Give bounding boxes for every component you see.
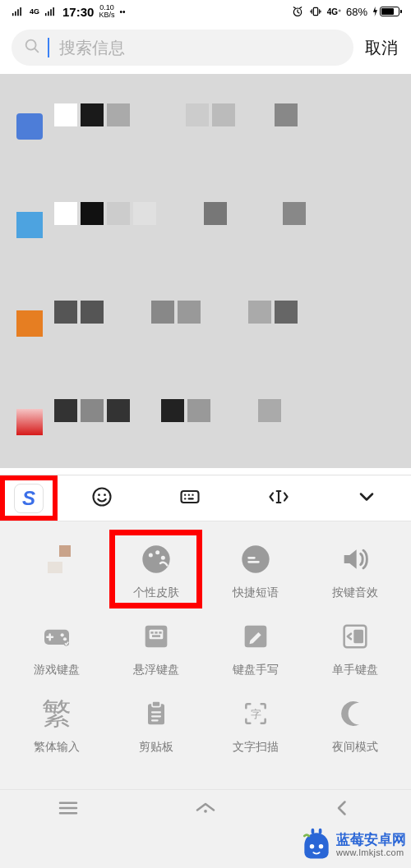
- svg-point-35: [319, 844, 324, 849]
- settings-label: 键盘手写: [233, 663, 279, 677]
- svg-point-5: [104, 494, 106, 496]
- palette-icon: [138, 541, 174, 577]
- search-row: 取消: [0, 23, 411, 74]
- text-cursor: [48, 38, 49, 57]
- settings-item-phrases[interactable]: 快捷短语: [206, 541, 305, 600]
- sogou-logo-icon: S: [14, 484, 44, 513]
- svg-rect-6: [182, 491, 199, 503]
- settings-item-game[interactable]: 游戏键盘: [7, 618, 106, 677]
- svg-point-8: [188, 494, 190, 495]
- blank-icon: [39, 541, 75, 577]
- svg-point-10: [184, 498, 186, 499]
- search-input[interactable]: [59, 39, 342, 57]
- vibrate-icon: [309, 5, 322, 18]
- settings-item-scan[interactable]: 字 文字扫描: [206, 696, 305, 755]
- blueberry-icon: [298, 827, 335, 863]
- speed-unit: KB/s: [99, 11, 114, 19]
- handwrite-icon: [238, 618, 274, 654]
- svg-point-18: [60, 633, 63, 636]
- clipboard-icon: [138, 696, 174, 732]
- search-box[interactable]: [12, 30, 353, 66]
- status-right: 4G⁺ 68%: [291, 5, 399, 18]
- status-left: 4G 17:30 0.10 KB/s ••: [12, 4, 125, 19]
- svg-rect-26: [152, 635, 160, 637]
- svg-point-19: [62, 637, 66, 641]
- svg-rect-23: [150, 631, 153, 634]
- svg-point-15: [160, 556, 164, 560]
- home-icon: [193, 796, 218, 824]
- svg-point-3: [93, 488, 110, 505]
- settings-item-blank[interactable]: [7, 541, 106, 600]
- svg-point-7: [184, 494, 186, 495]
- battery-pct: 68%: [346, 6, 367, 18]
- svg-point-33: [204, 809, 207, 812]
- quote-icon: [238, 541, 274, 577]
- settings-label: 文字扫描: [233, 740, 279, 755]
- watermark: 蓝莓安卓网 www.lmkjst.com: [293, 822, 411, 868]
- messages-list-blurred: [0, 74, 411, 468]
- float-keyboard-icon: [138, 618, 174, 654]
- onehand-icon: [337, 618, 373, 654]
- svg-rect-37: [319, 829, 322, 834]
- keyboard-settings-grid: 个性皮肤 快捷短语 按键音效 游戏键盘 悬浮键盘: [0, 521, 411, 768]
- status-speed: 0.10 KB/s: [99, 4, 114, 19]
- settings-item-onehand[interactable]: 单手键盘: [305, 618, 404, 677]
- keyboard-icon: [178, 485, 201, 512]
- cursor-move-icon: [267, 485, 290, 512]
- moon-icon: [337, 696, 373, 732]
- settings-label: 快捷短语: [233, 586, 279, 600]
- keyboard-toolbar: S: [0, 475, 411, 521]
- cancel-button[interactable]: 取消: [363, 37, 399, 59]
- cursor-move-button[interactable]: [234, 475, 323, 521]
- settings-label: 悬浮键盘: [133, 663, 179, 677]
- settings-label: 夜间模式: [332, 740, 378, 755]
- collapse-button[interactable]: [323, 475, 412, 521]
- emoji-button[interactable]: [58, 475, 146, 521]
- settings-item-traditional[interactable]: 繁 繁体输入: [7, 696, 106, 755]
- svg-rect-22: [149, 630, 163, 640]
- emoji-icon: [90, 485, 113, 512]
- scan-icon: 字: [238, 696, 274, 732]
- battery-icon: [372, 7, 399, 16]
- svg-point-34: [310, 844, 315, 849]
- svg-point-16: [242, 545, 269, 572]
- signal-4g: 4G: [30, 7, 39, 16]
- svg-rect-31: [152, 701, 160, 707]
- svg-point-13: [148, 553, 152, 558]
- watermark-title: 蓝莓安卓网: [336, 832, 406, 848]
- watermark-url: www.lmkjst.com: [336, 847, 406, 858]
- settings-item-sound[interactable]: 按键音效: [305, 541, 404, 600]
- data-4g: 4G⁺: [327, 7, 341, 16]
- svg-point-12: [142, 545, 169, 572]
- svg-rect-25: [159, 631, 161, 634]
- settings-label: 繁体输入: [34, 740, 80, 755]
- svg-rect-11: [188, 498, 194, 499]
- settings-item-handwrite[interactable]: 键盘手写: [206, 618, 305, 677]
- svg-point-9: [192, 494, 194, 495]
- sound-icon: [337, 541, 373, 577]
- settings-item-clipboard[interactable]: 剪贴板: [106, 696, 206, 755]
- settings-label: 按键音效: [332, 586, 378, 600]
- status-dots: ••: [119, 7, 125, 16]
- sogou-logo-button[interactable]: S: [0, 475, 58, 521]
- menu-icon: [56, 796, 81, 824]
- settings-item-float[interactable]: 悬浮键盘: [106, 618, 206, 677]
- settings-label: 个性皮肤: [133, 586, 179, 600]
- gamepad-icon: [39, 618, 75, 654]
- svg-rect-24: [155, 631, 157, 634]
- settings-item-theme[interactable]: 个性皮肤: [106, 541, 206, 600]
- nav-menu-button[interactable]: [0, 790, 137, 829]
- signal-icon: [12, 7, 25, 16]
- svg-text:字: 字: [250, 708, 261, 720]
- svg-point-4: [98, 494, 100, 496]
- search-icon: [23, 37, 41, 58]
- keyboard-panel: S: [0, 475, 411, 868]
- keyboard-switch-button[interactable]: [146, 475, 235, 521]
- settings-item-night[interactable]: 夜间模式: [305, 696, 404, 755]
- signal-icon-2: [44, 7, 58, 16]
- nav-home-button[interactable]: [137, 790, 275, 829]
- status-time: 17:30: [62, 5, 94, 19]
- svg-rect-36: [312, 829, 315, 834]
- svg-rect-29: [353, 630, 363, 644]
- back-icon: [330, 796, 355, 824]
